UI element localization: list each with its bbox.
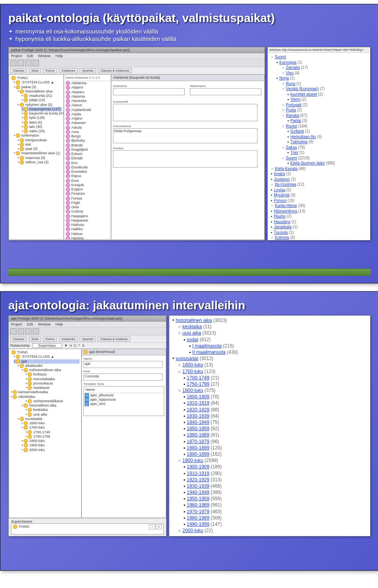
class-tree[interactable]: THING•:SYSTEM-CLASS ▲•paikat (3)•histori… <box>9 74 64 240</box>
instance-item[interactable]: Bergö <box>66 134 109 139</box>
instance-item[interactable]: Artjärvi <box>66 116 109 121</box>
hier-node[interactable]: ▪Lovisa (2) <box>271 187 367 193</box>
hier-node[interactable]: ▪1910-1919 (290) <box>183 470 367 477</box>
tree-node[interactable]: •1600-luku <box>22 421 80 425</box>
hier-node[interactable]: ○Kolmela (5) <box>271 235 367 240</box>
tab-forms[interactable]: Forms <box>43 337 57 342</box>
tree-node[interactable]: •rautakausi <box>26 386 80 390</box>
instance-item[interactable]: Haapajärvi <box>66 214 109 218</box>
instance-item[interactable]: Dragsfjärd <box>66 148 109 152</box>
hier-node[interactable]: ○Etelä-Karjala (48) <box>271 166 367 172</box>
tool-btn[interactable] <box>10 60 17 66</box>
hier-node[interactable]: ▪1880-1889 (120) <box>183 445 367 451</box>
instance-item[interactable]: Evijärvi <box>66 187 109 192</box>
hier-node[interactable]: ○Suomi (2219) <box>282 155 367 161</box>
hier-node[interactable]: ▪kuvretiet alueet (2) <box>287 92 367 97</box>
instance-item[interactable]: Enonkoski <box>66 165 109 170</box>
instance-item[interactable]: Enontekiö <box>66 170 109 174</box>
menu-help[interactable]: Help <box>56 54 63 58</box>
hier-node[interactable]: ▪1960-1969 (561) <box>183 502 367 508</box>
instances-panel[interactable]: Direct Instances V C d X AlahärmaAlajärv… <box>64 74 111 240</box>
btn-plus[interactable]: + <box>156 525 162 529</box>
address-bar[interactable]: Address http://museosuomi.cs.helsinki.fi… <box>268 47 370 53</box>
hier-node[interactable]: ▪Tukholma (9) <box>287 139 367 145</box>
instance-item[interactable]: Espoo <box>66 174 109 178</box>
instance-item[interactable]: Forssa <box>66 196 109 201</box>
tree-node[interactable]: •kansainvaellusaika <box>11 390 80 394</box>
tree-node[interactable]: •kaupunki tai kunta (470) <box>22 111 62 116</box>
instance-item[interactable]: Björköby <box>66 139 109 143</box>
tree-node[interactable]: •pitäjä (13) <box>22 98 62 102</box>
hier-node[interactable]: ○Saksa (79) <box>282 145 367 150</box>
instance-item[interactable]: Alavus <box>66 103 109 107</box>
hier-node[interactable]: ▪1940-1949 (388) <box>183 489 367 496</box>
instance-item[interactable]: Hamina <box>66 236 109 240</box>
tab-classes-instances[interactable]: Classes & Instance <box>98 337 130 342</box>
hier-node[interactable]: ▪1860-1869 (81) <box>183 432 367 438</box>
hier-node[interactable]: ▪1920-1929 (313) <box>183 477 367 483</box>
tree-node[interactable]: •1900-luku <box>22 443 80 447</box>
instance-item[interactable]: Alahärma <box>66 81 109 85</box>
tree-node[interactable]: •2000-luku <box>22 448 80 452</box>
hier-node[interactable]: ▪Eurooppa (1) <box>276 60 367 65</box>
tool-btn[interactable] <box>33 328 39 335</box>
instance-item[interactable]: Hailuoto <box>66 223 109 227</box>
tree-node[interactable]: •nykyinen alue (5) <box>18 103 62 107</box>
tree-node[interactable]: •1700-1749 <box>26 430 80 435</box>
tree-node[interactable]: •siat <box>18 142 62 147</box>
instance-item[interactable]: Askola <box>66 126 109 130</box>
tool-btn[interactable] <box>18 328 24 335</box>
tab-slots[interactable]: Slots <box>29 337 41 342</box>
hier-node[interactable]: ▪Trier (1) <box>287 150 367 155</box>
menubar[interactable]: Project Edit Window Help <box>9 322 166 327</box>
windows-taskbar[interactable] <box>8 268 371 276</box>
input-asianame[interactable] <box>113 88 185 95</box>
instance-item[interactable]: Geta <box>66 205 109 209</box>
tree-node[interactable]: •maantieteellinen alue (1) <box>14 151 62 155</box>
tab-instances[interactable]: Instances <box>59 68 78 73</box>
tree-node[interactable]: •1800-luku <box>22 439 80 443</box>
dropdown-superclass[interactable]: Superclass <box>32 343 62 348</box>
menu-help[interactable]: Help <box>56 322 63 326</box>
hier-node[interactable]: ▪Myrskylä (3) <box>271 192 367 198</box>
tool-btn[interactable] <box>10 328 17 335</box>
hier-node[interactable]: ▪1900-1909 (189) <box>183 464 367 470</box>
hier-node[interactable]: ▪Etelä-Suomen lääni (995) <box>287 161 367 166</box>
menu-project[interactable]: Project <box>11 54 22 58</box>
hier-node[interactable]: ▪I maailmasota (215) <box>189 343 367 349</box>
menu-window[interactable]: Window <box>38 54 51 58</box>
tree-node[interactable]: •lääni (6) <box>22 120 62 125</box>
instance-item[interactable]: Elimäki <box>66 156 109 161</box>
hier-node[interactable]: ○1700-luku (123) <box>178 368 367 375</box>
tree-node[interactable]: •:SYSTEM-CLASS ▲ <box>14 355 80 359</box>
hier-node[interactable]: ▪Porvoo (15) <box>271 198 367 203</box>
hier-node[interactable]: ▪1850-1859 (92) <box>183 425 367 432</box>
instance-item[interactable]: Alatornio <box>66 94 109 99</box>
tab-classes[interactable]: Classes <box>10 337 27 342</box>
hier-node[interactable]: ▪1830-1839 (84) <box>183 413 367 419</box>
instance-item[interactable]: Gottorp <box>66 209 109 214</box>
tab-queries[interactable]: Queries <box>80 337 96 342</box>
hier-node[interactable]: ○keskiaika (11) <box>178 324 367 330</box>
hier-node[interactable]: ▪sodat (612) <box>183 337 367 343</box>
hier-node[interactable]: ○Portugali (2) <box>282 102 367 108</box>
template-slots[interactable]: Name ajan_alkuvuosiajan_loppuvuosiajan_n… <box>83 386 164 416</box>
hier-node[interactable]: ○Vieu (4) <box>282 70 367 76</box>
input-kokonaisuus[interactable]: Etelä-Pohjanmaa <box>113 128 258 143</box>
hier-node[interactable]: ○Itä-Uusimaa (12) <box>271 182 367 187</box>
hier-node[interactable]: ▪Janakkala (1) <box>271 224 367 230</box>
hier-node[interactable]: ○Loppi (3) <box>271 240 367 241</box>
menu-edit[interactable]: Edit <box>27 322 33 326</box>
hier-node[interactable]: ▪1970-1979 (463) <box>183 508 367 515</box>
tree-node[interactable]: •:SYSTEM-CLASS ▲ <box>14 80 62 85</box>
instance-item[interactable]: Askainen <box>66 121 109 125</box>
tool-btn[interactable] <box>33 60 39 66</box>
tree-node[interactable]: •pronssikausi <box>26 381 80 386</box>
tree-node[interactable]: •kivikausi <box>26 372 80 377</box>
hier-node[interactable]: ▪1810-1819 (64) <box>183 400 367 406</box>
hier-node[interactable]: ○Puola (2) <box>282 107 367 113</box>
instance-item[interactable]: Eura <box>66 179 109 183</box>
hier-node[interactable]: ▪Tuusula (1) <box>271 230 367 235</box>
tab-classes[interactable]: Classes <box>10 68 27 73</box>
instance-item[interactable]: Eckerö <box>66 152 109 156</box>
